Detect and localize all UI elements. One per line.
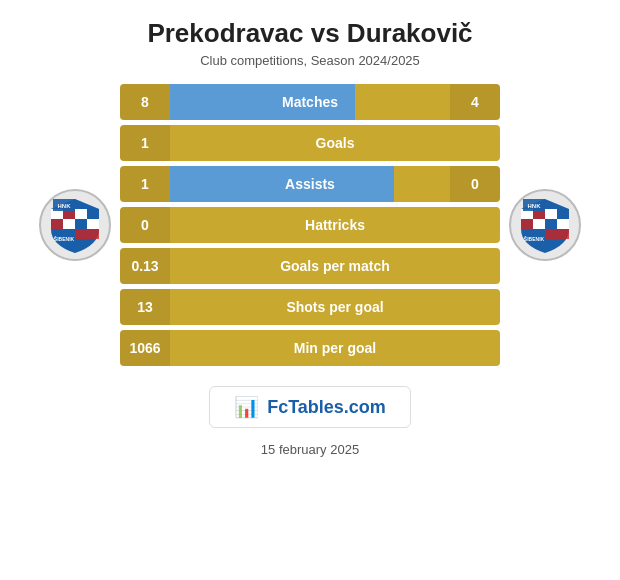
stat-row-assists: 1 Assists 0 [120, 166, 500, 202]
stat-bar-shots-per-goal: Shots per goal [170, 289, 500, 325]
fctables-logo[interactable]: 📊 FcTables.com [209, 386, 411, 428]
svg-rect-13 [545, 209, 557, 219]
stat-row-hattricks: 0 Hattricks [120, 207, 500, 243]
stat-label-hattricks: Hattricks [170, 217, 500, 233]
stat-label-goals: Goals [170, 135, 500, 151]
stat-left-matches: 8 [120, 84, 170, 120]
stat-row-goals-per-match: 0.13 Goals per match [120, 248, 500, 284]
stat-left-goals: 1 [120, 125, 170, 161]
stat-left-hattricks: 0 [120, 207, 170, 243]
footer-date: 15 february 2025 [261, 442, 359, 457]
stat-label-min-per-goal: Min per goal [170, 340, 500, 356]
stats-container: 8 Matches 4 1 Goals 1 Assists 0 0 [120, 84, 500, 366]
stat-bar-matches: Matches [170, 84, 450, 120]
stat-right-matches: 4 [450, 84, 500, 120]
svg-rect-5 [87, 219, 99, 229]
right-club-logo: HNK ŠIBENIK [509, 189, 581, 261]
right-club-crest: HNK ŠIBENIK [515, 195, 575, 255]
svg-rect-3 [63, 219, 75, 229]
stat-bar-goals-per-match: Goals per match [170, 248, 500, 284]
left-club-logo: HNK ŠIBENIK [39, 189, 111, 261]
stat-left-shots-per-goal: 13 [120, 289, 170, 325]
svg-rect-4 [75, 209, 87, 219]
left-club-logo-container: HNK ŠIBENIK [30, 189, 120, 261]
stat-label-shots-per-goal: Shots per goal [170, 299, 500, 315]
svg-text:HNK: HNK [58, 203, 72, 209]
svg-rect-12 [533, 219, 545, 229]
svg-rect-1 [75, 229, 99, 239]
main-content: HNK ŠIBENIK 8 Matches 4 1 Goals 1 [0, 74, 620, 376]
stat-row-goals: 1 Goals [120, 125, 500, 161]
stat-left-min-per-goal: 1066 [120, 330, 170, 366]
stat-bar-assists: Assists [170, 166, 450, 202]
stat-left-assists: 1 [120, 166, 170, 202]
stat-left-goals-per-match: 0.13 [120, 248, 170, 284]
right-club-logo-container: HNK ŠIBENIK [500, 189, 590, 261]
stat-row-matches: 8 Matches 4 [120, 84, 500, 120]
page-subtitle: Club competitions, Season 2024/2025 [147, 53, 472, 68]
svg-rect-14 [557, 219, 569, 229]
fctables-text: FcTables.com [267, 397, 386, 418]
svg-rect-10 [545, 229, 569, 239]
stat-right-assists: 0 [450, 166, 500, 202]
svg-text:ŠIBENIK: ŠIBENIK [524, 236, 545, 242]
page-header: Prekodravac vs Durakovič Club competitio… [127, 0, 492, 74]
stat-label-matches: Matches [170, 94, 450, 110]
svg-text:HNK: HNK [528, 203, 542, 209]
fctables-icon: 📊 [234, 395, 259, 419]
stat-label-assists: Assists [170, 176, 450, 192]
stat-bar-goals: Goals [170, 125, 500, 161]
stat-bar-min-per-goal: Min per goal [170, 330, 500, 366]
page-title: Prekodravac vs Durakovič [147, 18, 472, 49]
stat-bar-hattricks: Hattricks [170, 207, 500, 243]
stat-row-min-per-goal: 1066 Min per goal [120, 330, 500, 366]
svg-text:ŠIBENIK: ŠIBENIK [54, 236, 75, 242]
stat-label-goals-per-match: Goals per match [170, 258, 500, 274]
left-club-crest: HNK ŠIBENIK [45, 195, 105, 255]
stat-row-shots-per-goal: 13 Shots per goal [120, 289, 500, 325]
